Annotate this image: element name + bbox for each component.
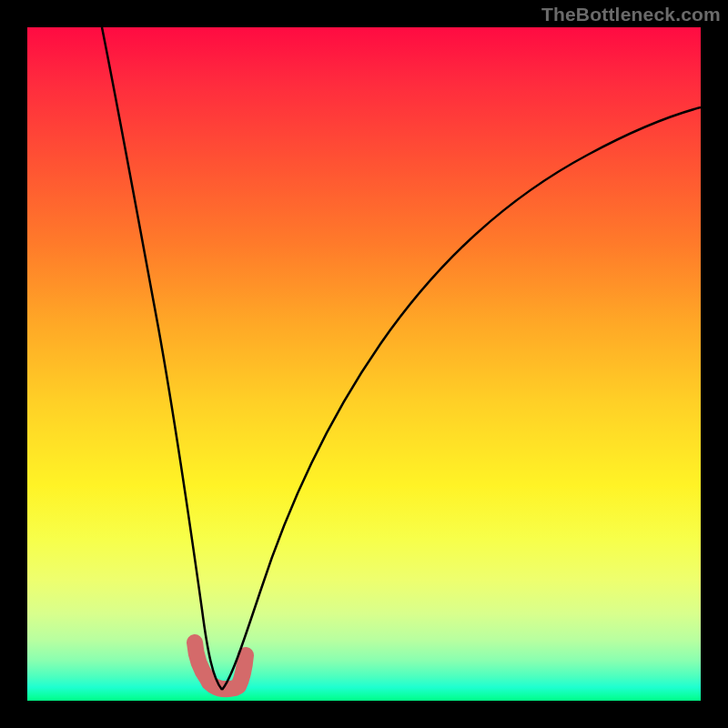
- outer-frame: TheBottleneck.com: [0, 0, 728, 728]
- bottleneck-curve-right: [222, 107, 701, 690]
- watermark-text: TheBottleneck.com: [541, 4, 721, 25]
- plot-area: [27, 27, 701, 701]
- valley-highlight: [195, 642, 246, 689]
- curve-layer: [27, 27, 701, 701]
- bottleneck-curve-left: [102, 27, 222, 690]
